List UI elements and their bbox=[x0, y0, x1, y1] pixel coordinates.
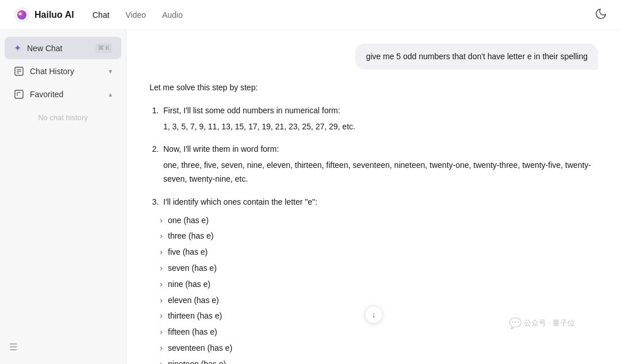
svg-rect-7 bbox=[15, 90, 23, 98]
sub-item-6: eleven (has e) bbox=[163, 294, 598, 308]
ai-step-1: First, I'll list some odd numbers in num… bbox=[161, 104, 598, 134]
new-chat-label: New Chat bbox=[27, 44, 90, 53]
sub-item-3: five (has e) bbox=[163, 246, 598, 259]
sidebar-bottom: ☰ bbox=[0, 337, 126, 357]
svg-point-1 bbox=[17, 10, 26, 20]
scroll-down-icon: ↓ bbox=[372, 310, 376, 319]
watermark-text: 公众号 · 量子位 bbox=[524, 318, 575, 328]
main-nav: Chat Video Audio bbox=[93, 8, 595, 22]
sidebar-item-favorited[interactable]: Favorited ▴ bbox=[5, 83, 121, 105]
step-1-main: First, I'll list some odd numbers in num… bbox=[163, 106, 340, 115]
logo-icon bbox=[14, 7, 30, 23]
step-2-main: Now, I'll write them in word form: bbox=[163, 144, 279, 154]
ai-step-3: I'll identify which ones contain the let… bbox=[161, 196, 598, 364]
dark-mode-icon[interactable] bbox=[595, 7, 607, 20]
header-right bbox=[595, 7, 607, 22]
nav-audio[interactable]: Audio bbox=[162, 8, 183, 22]
sidebar-menu-icon[interactable]: ☰ bbox=[9, 342, 17, 352]
favorited-icon bbox=[14, 89, 24, 99]
no-history-text: No chat history bbox=[0, 106, 126, 129]
sub-item-4: seven (has e) bbox=[163, 262, 598, 275]
favorited-label: Favorited bbox=[30, 90, 103, 99]
sidebar-item-chat-history[interactable]: Chat History ▾ bbox=[5, 60, 121, 82]
new-chat-icon: ✦ bbox=[14, 43, 21, 53]
main-layout: ✦ New Chat ⌘ K Chat History ▾ Favorited … bbox=[0, 30, 621, 364]
step-3-sublist: one (has e) three (has e) five (has e) s… bbox=[163, 214, 598, 364]
nav-video[interactable]: Video bbox=[125, 8, 146, 22]
new-chat-shortcut: ⌘ K bbox=[95, 43, 112, 53]
app-header: Hailuo AI Chat Video Audio bbox=[0, 0, 621, 30]
svg-point-2 bbox=[19, 12, 22, 15]
sub-item-1: one (has e) bbox=[163, 214, 598, 228]
content-wrapper: give me 5 odd numbers that don't have le… bbox=[126, 30, 621, 364]
favorited-arrow[interactable]: ▴ bbox=[109, 90, 112, 98]
scroll-bottom-button[interactable]: ↓ bbox=[365, 305, 383, 324]
watermark: 💬 公众号 · 量子位 bbox=[509, 317, 575, 329]
nav-chat[interactable]: Chat bbox=[93, 8, 110, 22]
user-message-wrapper: give me 5 odd numbers that don't have le… bbox=[150, 44, 598, 70]
chat-history-label: Chat History bbox=[30, 67, 103, 76]
step-3-main: I'll identify which ones contain the let… bbox=[163, 197, 317, 206]
ai-step-2: Now, I'll write them in word form: one, … bbox=[161, 143, 598, 186]
chat-history-arrow[interactable]: ▾ bbox=[109, 67, 112, 75]
step-1-detail: 1, 3, 5, 7, 9, 11, 13, 15, 17, 19, 21, 2… bbox=[163, 120, 598, 134]
logo-text: Hailuo AI bbox=[34, 10, 74, 20]
logo: Hailuo AI bbox=[14, 7, 74, 23]
step-2-detail: one, three, five, seven, nine, eleven, t… bbox=[163, 159, 598, 186]
sub-item-9: seventeen (has e) bbox=[163, 342, 598, 355]
chat-history-icon bbox=[14, 66, 24, 76]
ai-intro-text: Let me solve this step by step: bbox=[150, 81, 598, 95]
new-chat-button[interactable]: ✦ New Chat ⌘ K bbox=[5, 37, 121, 59]
user-message-bubble: give me 5 odd numbers that don't have le… bbox=[355, 44, 598, 70]
sub-item-2: three (has e) bbox=[163, 229, 598, 243]
sub-item-10: nineteen (has e) bbox=[163, 358, 598, 364]
sub-item-5: nine (has e) bbox=[163, 278, 598, 292]
watermark-icon: 💬 bbox=[509, 317, 522, 329]
sidebar: ✦ New Chat ⌘ K Chat History ▾ Favorited … bbox=[0, 30, 126, 364]
